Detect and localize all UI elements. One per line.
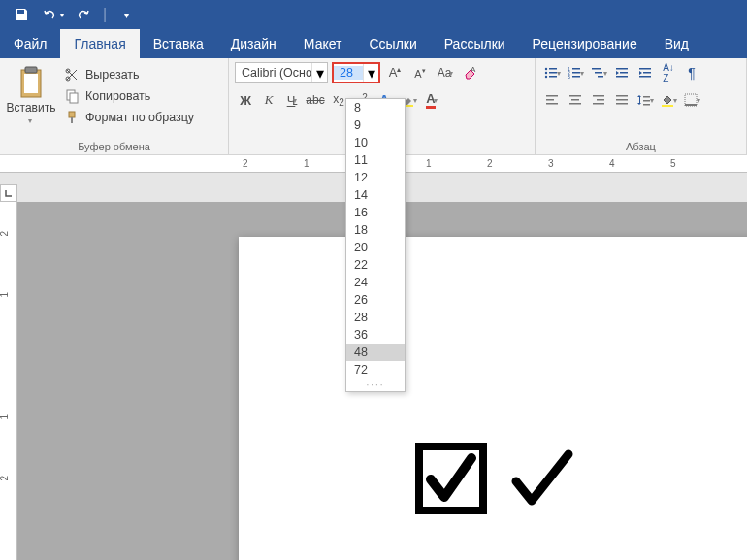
decrease-indent-button[interactable]	[611, 62, 633, 83]
decrease-font-button[interactable]: A▾	[409, 62, 431, 83]
font-size-option[interactable]: 9	[346, 116, 405, 134]
cut-label: Вырезать	[85, 68, 140, 82]
subscript-icon: x2	[333, 92, 344, 108]
tab-file[interactable]: Файл	[0, 29, 60, 58]
svg-rect-36	[569, 103, 581, 105]
paste-dropdown-arrow: ▾	[28, 116, 32, 125]
tab-mailings[interactable]: Рассылки	[431, 29, 519, 58]
bold-button[interactable]: Ж	[235, 89, 256, 111]
undo-button[interactable]: ▾	[39, 3, 66, 26]
ruler-mark: 1	[0, 414, 10, 420]
ribbon-group-clipboard: Вставить ▾ Вырезать Копировать Формат по…	[0, 58, 229, 154]
font-size-option[interactable]: 36	[346, 326, 405, 344]
sort-button[interactable]: A↓Z	[658, 62, 679, 83]
redo-button[interactable]	[70, 3, 97, 26]
line-spacing-button[interactable]: ▾	[634, 89, 656, 111]
align-right-button[interactable]	[588, 89, 609, 111]
tab-review[interactable]: Рецензирование	[519, 29, 651, 58]
svg-rect-41	[616, 99, 628, 101]
quick-access-toolbar: ▾ | ▾	[0, 0, 747, 29]
svg-rect-29	[643, 72, 651, 74]
increase-indent-button[interactable]	[634, 62, 656, 83]
multilevel-list-button[interactable]: ▾	[588, 62, 609, 83]
font-size-option[interactable]: 20	[346, 239, 405, 256]
increase-font-button[interactable]: A▴	[384, 62, 406, 83]
svg-rect-17	[572, 68, 580, 70]
shading-button[interactable]: ▾	[658, 89, 679, 111]
svg-rect-2	[24, 74, 38, 93]
font-size-option[interactable]: 10	[346, 134, 405, 151]
copy-button[interactable]: Копировать	[60, 86, 198, 106]
svg-rect-40	[616, 95, 628, 97]
font-size-option[interactable]: 16	[346, 204, 405, 221]
tab-insert[interactable]: Вставка	[140, 29, 217, 58]
outdent-icon	[614, 65, 630, 81]
svg-point-12	[545, 72, 547, 74]
align-right-icon	[591, 92, 606, 108]
font-color-button[interactable]: A▾	[421, 89, 442, 111]
page[interactable]	[239, 237, 747, 560]
tab-view[interactable]: Вид	[651, 29, 702, 58]
font-size-dropdown: 891011121416182022242628364872····	[345, 98, 406, 392]
svg-rect-15	[549, 76, 557, 78]
borders-button[interactable]: ▾	[681, 89, 702, 111]
tab-home[interactable]: Главная	[60, 29, 139, 58]
svg-rect-1	[25, 67, 37, 73]
font-size-option[interactable]: 26	[346, 291, 405, 309]
font-size-combo[interactable]: 28 ▾	[332, 62, 380, 83]
svg-rect-22	[592, 68, 601, 70]
tab-design[interactable]: Дизайн	[217, 29, 290, 58]
pilcrow-icon: ¶	[688, 65, 696, 81]
svg-rect-13	[549, 72, 557, 74]
font-size-option[interactable]: 28	[346, 309, 405, 326]
eraser-icon: A	[463, 65, 478, 81]
scissors-icon	[64, 67, 80, 82]
svg-rect-26	[620, 72, 628, 74]
indent-icon	[637, 65, 653, 81]
font-size-option[interactable]: 24	[346, 274, 405, 291]
svg-text:3: 3	[568, 74, 570, 80]
redo-icon	[76, 7, 91, 22]
justify-button[interactable]	[611, 89, 633, 111]
underline-button[interactable]: Ч▾	[281, 89, 303, 111]
svg-rect-35	[571, 99, 579, 101]
show-marks-button[interactable]: ¶	[681, 62, 702, 83]
bullets-button[interactable]: ▾	[541, 62, 563, 83]
font-size-option[interactable]: 12	[346, 169, 405, 186]
clipboard-group-label: Буфер обмена	[6, 139, 222, 152]
font-name-value: Calibri (Осно	[236, 66, 311, 80]
svg-rect-6	[70, 93, 78, 103]
font-size-option[interactable]: 48	[346, 344, 405, 361]
ruler-mark: 2	[0, 476, 10, 481]
customize-qat-button[interactable]: ▾	[113, 3, 140, 26]
svg-rect-45	[643, 100, 650, 102]
sort-icon: A↓Z	[663, 62, 674, 83]
paste-button[interactable]: Вставить ▾	[6, 62, 56, 129]
strikethrough-button[interactable]: abc	[305, 89, 326, 111]
undo-dropdown-arrow[interactable]: ▾	[60, 11, 64, 19]
align-center-button[interactable]	[565, 89, 586, 111]
tab-references[interactable]: Ссылки	[355, 29, 430, 58]
tab-layout[interactable]: Макет	[290, 29, 356, 58]
font-size-option[interactable]: 8	[346, 99, 405, 116]
font-size-option[interactable]: 18	[346, 221, 405, 239]
change-case-button[interactable]: Aa▾	[435, 62, 456, 83]
save-button[interactable]	[8, 3, 35, 26]
font-name-combo[interactable]: Calibri (Осно ▾	[235, 62, 328, 83]
format-painter-button[interactable]: Формат по образцу	[60, 108, 198, 127]
font-size-option[interactable]: 14	[346, 186, 405, 204]
numbering-button[interactable]: 123▾	[565, 62, 586, 83]
clear-formatting-button[interactable]: A	[460, 62, 481, 83]
tab-stop-selector[interactable]	[0, 184, 17, 202]
font-size-option[interactable]: 72	[346, 361, 405, 379]
font-size-option[interactable]: 22	[346, 256, 405, 274]
tab-stop-icon	[4, 188, 14, 198]
svg-rect-23	[595, 72, 602, 74]
vertical-ruler[interactable]: 2112	[0, 202, 17, 560]
align-left-button[interactable]	[541, 89, 563, 111]
cut-button[interactable]: Вырезать	[60, 65, 198, 84]
brush-icon	[64, 110, 80, 125]
italic-button[interactable]: К	[258, 89, 279, 111]
font-size-option[interactable]: 11	[346, 151, 405, 169]
ruler-mark: 2	[0, 231, 10, 237]
